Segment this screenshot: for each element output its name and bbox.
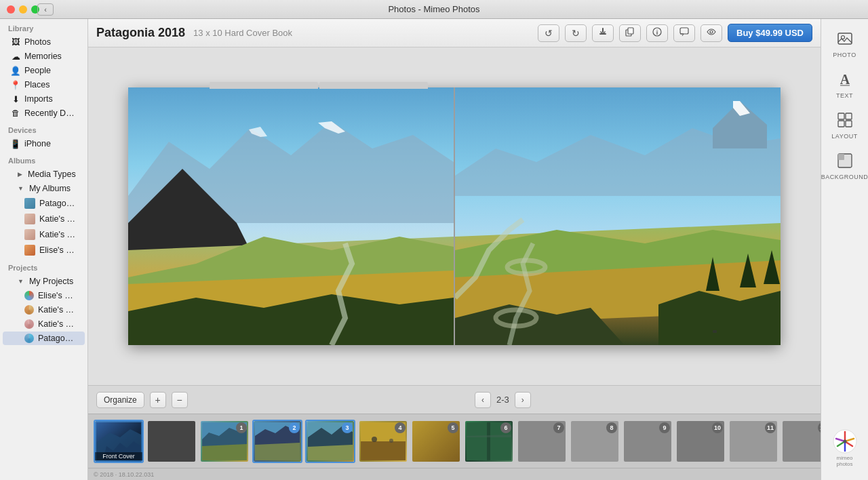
photo-panel-icon [837, 31, 852, 49]
sidebar: Library 🖼 Photos ☁ Memories 👤 People 📍 P… [0, 19, 88, 480]
thumb-page-9-inner: 9 [624, 421, 671, 462]
undo-button[interactable]: ↺ [538, 24, 559, 42]
thumb-page-12[interactable]: 12 [781, 420, 821, 463]
redo-button[interactable]: ↻ [565, 24, 587, 42]
project-katies2-thumb [24, 319, 34, 329]
svg-point-7 [710, 31, 713, 33]
sidebar-project-katies1[interactable]: Katie's Wed... [3, 303, 85, 317]
sidebar-item-photos[interactable]: 🖼 Photos [3, 35, 85, 49]
thumb-page-8[interactable]: 8 [570, 420, 620, 463]
thumb-page-4-inner: 4 [359, 421, 407, 462]
download-button[interactable] [592, 24, 614, 42]
organize-button[interactable]: Organize [96, 392, 144, 408]
panel-background[interactable]: BACKGROUND [824, 148, 866, 186]
sidebar-album-patagonia[interactable]: Patagonia 2... [3, 196, 85, 211]
sidebar-album-katies-wed2[interactable]: Katie's Wed... [3, 227, 85, 242]
sidebar-project-patagonia[interactable]: Patagonia 2... [3, 332, 85, 345]
sidebar-item-places[interactable]: 📍 Places [3, 78, 85, 92]
sidebar-my-projects[interactable]: ▼ My Projects [3, 275, 85, 288]
info-icon: i [652, 27, 662, 39]
people-icon: 👤 [11, 66, 20, 75]
sidebar-album-elises-cat-label: Elise's Cat C... [39, 245, 77, 255]
sidebar-my-albums[interactable]: ▼ My Albums [3, 182, 85, 195]
thumb-page-10[interactable]: 10 [675, 420, 726, 463]
thumb-front-cover[interactable]: Front Cover [94, 420, 144, 463]
thumb-page-1[interactable]: 1 [199, 420, 250, 463]
panel-layout[interactable]: LAYOUT [824, 107, 866, 145]
background-panel-icon [837, 153, 852, 172]
svg-rect-25 [838, 113, 844, 119]
next-page-button[interactable]: › [515, 392, 531, 408]
panel-photo[interactable]: PHOTO [824, 26, 866, 64]
window-controls[interactable] [7, 5, 39, 14]
minimize-button[interactable] [19, 5, 27, 14]
thumb-page-2[interactable]: 2 [252, 420, 302, 463]
zoom-in-button[interactable]: + [150, 392, 166, 408]
comment-button[interactable] [673, 24, 695, 42]
download-icon [598, 27, 608, 39]
page-tab-left [210, 82, 318, 89]
project-katies1-thumb [24, 305, 34, 315]
sidebar-album-elises-cat[interactable]: Elise's Cat C... [3, 243, 85, 258]
thumbnail-strip: Front Cover 1 [88, 414, 821, 468]
sidebar-item-recently-deleted[interactable]: 🗑 Recently Delet... [3, 106, 85, 120]
sidebar-album-patagonia-label: Patagonia 2... [39, 199, 77, 208]
thumb-11-number: 11 [765, 422, 776, 433]
sidebar-item-memories[interactable]: ☁ Memories [3, 49, 85, 63]
svg-text:i: i [656, 29, 658, 36]
info-button[interactable]: i [646, 24, 668, 42]
buy-button[interactable]: Buy $49.99 USD [728, 24, 812, 42]
thumb-page-9[interactable]: 9 [623, 420, 673, 463]
thumb-1-number: 1 [236, 422, 247, 433]
thumb-page-3[interactable]: 3 [305, 420, 355, 463]
content-area: Patagonia 2018 13 x 10 Hard Cover Book ↺… [88, 19, 821, 480]
sidebar-people-label: People [24, 66, 51, 75]
status-text: © 2018 · 18.10.22.031 [94, 471, 154, 478]
prev-page-button[interactable]: ‹ [475, 392, 491, 408]
sidebar-album-katies-wed1[interactable]: Katie's Wed... [3, 212, 85, 226]
sidebar-project-katies2-label: Katie's Wed... [38, 319, 77, 329]
back-button[interactable]: ‹ [37, 3, 54, 16]
sidebar-project-elises[interactable]: Elise's Cat C... [3, 289, 85, 302]
zoom-out-button[interactable]: − [172, 392, 188, 408]
background-panel-label: BACKGROUND [821, 174, 868, 180]
sidebar-project-katies2[interactable]: Katie's Wed... [3, 317, 85, 331]
svg-rect-21 [838, 33, 852, 44]
sidebar-item-people[interactable]: 👤 People [3, 64, 85, 77]
preview-button[interactable] [701, 24, 722, 42]
book-page-left[interactable] [128, 87, 454, 345]
sidebar-item-iphone[interactable]: 📱 iPhone [3, 137, 85, 151]
thumb-10-number: 10 [712, 422, 723, 433]
albums-header: Albums [0, 151, 87, 167]
sidebar-item-imports[interactable]: ⬇ Imports [3, 92, 85, 106]
svg-rect-30 [838, 154, 844, 160]
thumb-page-4[interactable]: 4 [358, 420, 408, 463]
close-button[interactable] [7, 5, 15, 14]
panel-text[interactable]: A TEXT [824, 66, 866, 104]
thumb-page-7-inner: 7 [518, 421, 566, 462]
thumb-page-3-inner: 3 [307, 421, 354, 462]
thumb-page-6-inner: 6 [465, 421, 513, 462]
sidebar-places-label: Places [24, 80, 50, 89]
thumb-page-6[interactable]: 6 [464, 420, 514, 463]
sidebar-media-types[interactable]: ▶ Media Types [3, 167, 85, 181]
thumb-front-cover-label: Front Cover [95, 452, 142, 460]
thumb-blank[interactable] [146, 420, 197, 463]
book-page-right[interactable] [455, 87, 781, 345]
thumb-page-1-inner: 1 [201, 421, 248, 462]
iphone-icon: 📱 [11, 139, 20, 148]
copy-button[interactable] [619, 24, 641, 42]
project-patagonia-thumb [24, 334, 34, 343]
thumb-3-number: 3 [342, 422, 353, 433]
page-tab-right [319, 82, 428, 89]
thumb-page-7[interactable]: 7 [517, 420, 567, 463]
thumb-page-5[interactable]: 5 [411, 420, 461, 463]
toolbar: Patagonia 2018 13 x 10 Hard Cover Book ↺… [88, 19, 821, 47]
sidebar-memories-label: Memories [24, 52, 62, 61]
thumb-page-11[interactable]: 11 [728, 420, 778, 463]
thumb-page-11-inner: 11 [730, 421, 777, 462]
book-spine [454, 87, 455, 345]
thumb-8-number: 8 [606, 422, 617, 433]
sidebar-album-katies-wed2-label: Katie's Wed... [39, 230, 77, 239]
thumb-2-number: 2 [289, 422, 300, 433]
